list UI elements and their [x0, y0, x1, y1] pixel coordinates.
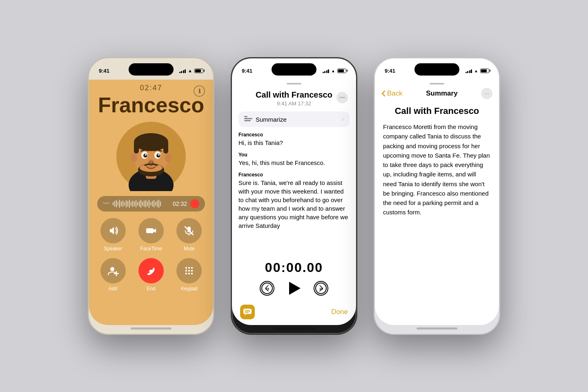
scroll-pill-2: [287, 83, 301, 85]
add-contact-icon: [107, 265, 119, 276]
signal-icon-2: [323, 69, 330, 73]
speech-0: Hi, is this Tania?: [238, 138, 350, 147]
svg-rect-5: [134, 141, 139, 154]
end-call-icon: [145, 265, 157, 277]
info-icon: ℹ: [198, 88, 200, 94]
dynamic-island-3: [414, 63, 459, 76]
summary-more-button[interactable]: ···: [481, 88, 492, 99]
battery-icon-2: [337, 69, 346, 73]
skip-back-icon: 15: [261, 282, 273, 294]
phone1-content: ℹ 02:47 Francesco: [89, 80, 213, 325]
facetime-icon-circle: [138, 218, 164, 243]
add-button[interactable]: Add: [97, 258, 129, 292]
speaker-icon-circle: [100, 218, 126, 243]
svg-rect-38: [244, 120, 251, 121]
svg-text:15: 15: [319, 287, 323, 291]
info-button[interactable]: ℹ: [194, 85, 205, 97]
phone1-frame: 9:41 ▲ ℹ 02:47 Francesco: [88, 57, 214, 335]
summarize-left: Summarize: [244, 116, 287, 123]
time-1: 9:41: [99, 68, 109, 74]
rec-time: 02:32: [173, 200, 187, 207]
transcript-header: Call with Francesco 9:41 AM 17:32 ···: [232, 86, 356, 110]
memoji-svg: [116, 122, 186, 191]
svg-rect-36: [244, 116, 247, 117]
summary-content: Call with Francesco Francesco Moretti fr…: [375, 102, 499, 325]
phone2-content: Call with Francesco 9:41 AM 17:32 ··· Su…: [232, 80, 356, 325]
svg-point-28: [188, 267, 190, 269]
transcript-entry-0: Francesco Hi, is this Tania?: [238, 132, 350, 147]
end-label: End: [147, 286, 155, 292]
phone2-frame: 9:41 ▲ Call with Francesco 9:41 AM 17:32…: [231, 57, 357, 335]
svg-point-13: [145, 154, 147, 156]
summary-text: Francesco Moretti from the moving compan…: [383, 122, 491, 217]
summary-nav: Back Summary ···: [375, 86, 499, 102]
caller-name: Francesco: [98, 94, 204, 116]
speech-2: Sure is. Tania, we're all ready to assis…: [238, 178, 350, 230]
svg-point-33: [185, 273, 187, 274]
keypad-icon-circle: [176, 258, 202, 283]
skip-forward-icon: 15: [315, 282, 327, 294]
play-icon: [289, 282, 301, 295]
back-button[interactable]: Back: [381, 89, 403, 98]
record-button[interactable]: [190, 199, 199, 208]
svg-point-8: [165, 153, 172, 162]
home-indicator-3: [416, 327, 457, 330]
mute-label: Mute: [184, 246, 195, 252]
svg-point-30: [185, 270, 187, 272]
player-time: 00:00.00: [265, 260, 323, 275]
home-indicator-1: [131, 327, 172, 330]
done-button[interactable]: Done: [331, 308, 348, 316]
status-icons-1: ▲: [179, 68, 203, 73]
svg-point-31: [188, 270, 190, 272]
transcript-scroll[interactable]: Francesco Hi, is this Tania? You Yes, hi…: [232, 130, 356, 245]
signal-icon-3: [466, 69, 472, 73]
svg-rect-20: [146, 228, 154, 233]
play-button[interactable]: [286, 280, 302, 296]
waveform-icon: 〰: [103, 200, 109, 207]
time-3: 9:41: [385, 68, 395, 74]
keypad-button[interactable]: Keypad: [174, 258, 205, 292]
battery-icon-3: [480, 69, 489, 73]
add-icon-circle: [100, 258, 126, 283]
skip-back-button[interactable]: 15: [260, 281, 274, 296]
status-icons-2: ▲: [323, 69, 346, 73]
dynamic-island-2: [272, 63, 316, 76]
speaker-icon: [107, 225, 119, 236]
status-icons-3: ▲: [466, 69, 489, 73]
more-options-button[interactable]: ···: [336, 92, 348, 103]
back-label: Back: [387, 89, 403, 98]
svg-point-35: [191, 273, 193, 274]
wifi-icon-3: ▲: [474, 69, 478, 73]
svg-rect-37: [244, 118, 252, 119]
speech-1: Yes, hi, this must be Francesco.: [238, 158, 350, 167]
transcript-icon-button[interactable]: [240, 305, 255, 319]
time-2: 9:41: [242, 68, 252, 74]
speaker-2: Francesco: [238, 172, 350, 178]
mute-icon-circle: [176, 218, 202, 243]
chat-bubble-icon: [243, 308, 252, 316]
svg-point-7: [131, 153, 137, 162]
transcript-fade: [232, 245, 356, 257]
mute-button[interactable]: Mute: [174, 218, 205, 252]
keypad-label: Keypad: [181, 286, 198, 292]
speaker-0: Francesco: [238, 132, 350, 138]
end-call-button[interactable]: End: [135, 258, 167, 292]
waveform-display: [113, 200, 169, 208]
facetime-button[interactable]: FaceTime: [135, 218, 167, 252]
transcript-title: Call with Francesco: [240, 90, 348, 100]
summarize-button[interactable]: Summarize ›: [238, 111, 350, 127]
mute-icon: [183, 225, 195, 236]
transcript-subtitle: 9:41 AM 17:32: [240, 100, 348, 107]
summarize-icon: [244, 116, 252, 122]
skip-forward-button[interactable]: 15: [314, 281, 328, 296]
transcript-entry-1: You Yes, hi, this must be Francesco.: [238, 152, 350, 167]
wifi-icon-1: ▲: [188, 68, 192, 73]
svg-point-32: [191, 270, 193, 272]
summary-title: Call with Francesco: [383, 106, 491, 116]
add-label: Add: [109, 286, 117, 292]
transcript-entry-2: Francesco Sure is. Tania, we're all read…: [238, 172, 350, 230]
dynamic-island-1: [129, 63, 174, 76]
player-section: 00:00.00 15 15: [232, 257, 356, 301]
svg-rect-6: [163, 141, 168, 154]
speaker-button[interactable]: Speaker: [97, 218, 129, 252]
